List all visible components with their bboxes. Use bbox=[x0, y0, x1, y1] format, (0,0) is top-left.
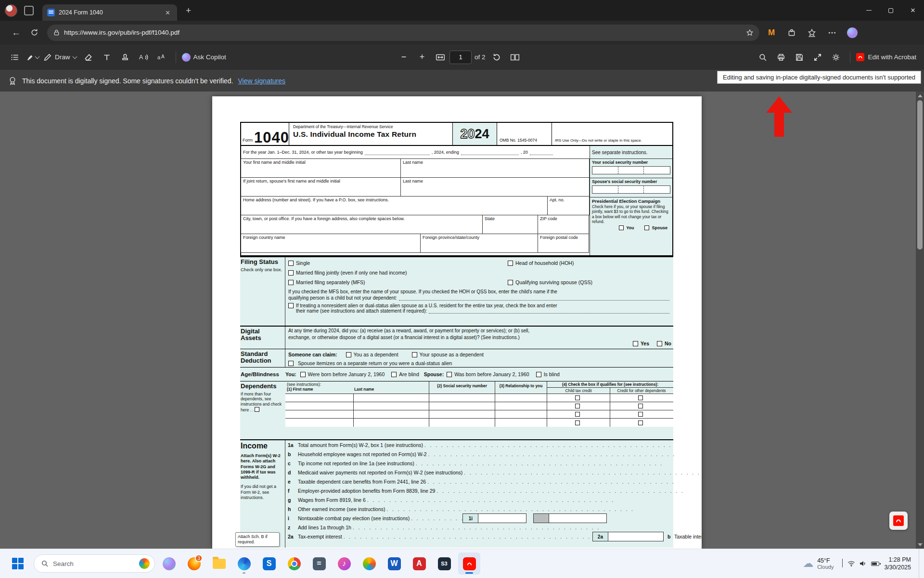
spouse-first-name-field[interactable]: If joint return, spouse's first name and… bbox=[241, 177, 401, 197]
taskbar-app-edge[interactable] bbox=[233, 552, 255, 575]
read-aloud-icon[interactable]: A bbox=[135, 49, 152, 66]
dep3-ctc-checkbox[interactable] bbox=[575, 412, 580, 417]
last-name-field[interactable]: Last name bbox=[400, 158, 590, 178]
page-view-icon[interactable] bbox=[507, 49, 523, 66]
taskbar-app-adobe[interactable]: A bbox=[408, 552, 430, 575]
edit-with-acrobat-button[interactable]: Edit with Acrobat bbox=[856, 49, 916, 66]
new-tab-button[interactable]: + bbox=[183, 5, 194, 16]
digital-yes-checkbox[interactable] bbox=[633, 341, 638, 346]
dep4-ssn-input[interactable] bbox=[429, 419, 495, 427]
pdf-settings-gear-icon[interactable] bbox=[828, 49, 844, 66]
stamp-tool-icon[interactable] bbox=[117, 49, 133, 66]
dep1-ctc-checkbox[interactable] bbox=[575, 395, 580, 400]
tax-year-blank-3[interactable] bbox=[530, 150, 553, 155]
dep2-odc-checkbox[interactable] bbox=[638, 404, 643, 408]
scroll-up-button[interactable] bbox=[916, 92, 924, 100]
ask-copilot-button[interactable]: Ask Copilot bbox=[182, 49, 228, 66]
presidential-you-checkbox[interactable] bbox=[619, 225, 624, 230]
dep3-ssn-input[interactable] bbox=[429, 410, 495, 418]
state-field[interactable]: State bbox=[482, 215, 538, 234]
browser-profile-icon[interactable] bbox=[5, 4, 17, 17]
toc-menu-icon[interactable] bbox=[7, 49, 23, 66]
foreign-province-field[interactable]: Foreign province/state/county bbox=[420, 234, 538, 253]
checkbox-mfs[interactable] bbox=[288, 280, 294, 285]
spouse-ssn-input[interactable] bbox=[592, 185, 670, 194]
save-icon[interactable] bbox=[791, 49, 808, 66]
taskbar-app-firefox[interactable]: 3 bbox=[183, 552, 205, 575]
taskbar-app-calculator[interactable]: = bbox=[308, 552, 330, 575]
taskbar-app-photos[interactable] bbox=[358, 552, 380, 575]
dep1-ssn-input[interactable] bbox=[429, 394, 495, 402]
checkbox-single[interactable] bbox=[288, 261, 294, 266]
workspaces-icon[interactable] bbox=[24, 6, 34, 15]
erase-tool-icon[interactable] bbox=[80, 49, 97, 66]
translate-icon[interactable]: aA bbox=[154, 49, 170, 66]
mfs-name-blank[interactable] bbox=[399, 295, 669, 301]
dep4-last-name-input[interactable] bbox=[353, 419, 429, 427]
home-address-field[interactable]: Home address (number and street). If you… bbox=[241, 196, 548, 215]
taskbar-app-store[interactable]: S bbox=[258, 552, 280, 575]
extensions-icon[interactable] bbox=[783, 25, 800, 41]
tray-overflow-chevron[interactable] bbox=[842, 559, 843, 568]
more-dependents-checkbox[interactable] bbox=[255, 407, 259, 412]
zoom-out-button[interactable]: − bbox=[396, 49, 412, 66]
taskbar-search[interactable]: Search bbox=[34, 554, 155, 573]
checkbox-nra[interactable] bbox=[288, 303, 294, 308]
presidential-spouse-checkbox[interactable] bbox=[644, 225, 649, 230]
dep2-first-name-input[interactable] bbox=[285, 402, 353, 410]
dep1-last-name-input[interactable] bbox=[353, 394, 429, 402]
zoom-in-button[interactable]: + bbox=[414, 49, 430, 66]
checkbox-mfj[interactable] bbox=[288, 270, 294, 276]
taskbar-weather[interactable]: ☁ 45°F Cloudy bbox=[799, 557, 837, 570]
rewards-icon[interactable]: M bbox=[763, 25, 780, 41]
spouse-dependent-checkbox[interactable] bbox=[412, 352, 417, 357]
vertical-scrollbar[interactable] bbox=[916, 92, 924, 549]
print-icon[interactable] bbox=[773, 49, 789, 66]
line-1i-amount-input[interactable] bbox=[478, 513, 526, 523]
your-ssn-input[interactable] bbox=[592, 166, 670, 174]
site-info-lock-icon[interactable] bbox=[53, 29, 60, 36]
zip-field[interactable]: ZIP code bbox=[538, 215, 589, 234]
you-blind-checkbox[interactable] bbox=[391, 372, 397, 377]
spouse-itemizes-checkbox[interactable] bbox=[288, 361, 294, 366]
taskbar-app-music[interactable]: ♪ bbox=[333, 552, 355, 575]
scrollbar-thumb[interactable] bbox=[917, 100, 923, 250]
settings-more-icon[interactable] bbox=[824, 25, 840, 41]
dep4-first-name-input[interactable] bbox=[285, 419, 353, 427]
spouse-last-name-field[interactable]: Last name bbox=[400, 177, 590, 197]
dep2-ctc-checkbox[interactable] bbox=[575, 404, 580, 408]
draw-tool-button[interactable]: Draw bbox=[43, 49, 78, 66]
tax-year-blank-2[interactable] bbox=[461, 150, 519, 155]
rotate-icon[interactable] bbox=[488, 49, 505, 66]
taskbar-app-s3[interactable]: S3 bbox=[433, 552, 455, 575]
dep4-odc-checkbox[interactable] bbox=[638, 420, 643, 425]
you-dependent-checkbox[interactable] bbox=[346, 352, 351, 357]
refresh-button[interactable] bbox=[26, 26, 43, 39]
start-button[interactable] bbox=[7, 552, 29, 575]
dep3-last-name-input[interactable] bbox=[353, 410, 429, 418]
back-button[interactable]: ← bbox=[7, 26, 26, 40]
city-field[interactable]: City, town, or post office. If you have … bbox=[241, 215, 483, 234]
favorites-icon[interactable] bbox=[804, 25, 820, 41]
dep3-odc-checkbox[interactable] bbox=[638, 412, 643, 417]
taskbar-clock[interactable]: 1:28 PM 3/30/2025 bbox=[884, 556, 914, 572]
acrobat-floating-button[interactable] bbox=[889, 512, 908, 530]
add-text-tool-icon[interactable] bbox=[99, 49, 115, 66]
url-bar[interactable]: https://www.irs.gov/pub/irs-pdf/f1040.pd… bbox=[47, 25, 759, 41]
nra-name-blank[interactable] bbox=[429, 308, 669, 314]
page-number-input[interactable] bbox=[449, 51, 472, 64]
bookmark-star-icon[interactable] bbox=[746, 29, 754, 37]
fit-to-width-icon[interactable] bbox=[432, 49, 449, 66]
dep3-first-name-input[interactable] bbox=[285, 410, 353, 418]
scroll-down-button[interactable] bbox=[916, 540, 924, 549]
taskbar-app-chrome[interactable] bbox=[283, 552, 305, 575]
foreign-postal-field[interactable]: Foreign postal code bbox=[538, 234, 589, 253]
dep2-relationship-input[interactable] bbox=[495, 402, 547, 410]
copilot-icon[interactable] bbox=[844, 25, 860, 41]
first-name-field[interactable]: Your first name and middle initial bbox=[241, 158, 401, 178]
taskbar-app-acrobat-active[interactable] bbox=[458, 552, 480, 575]
line-2a-amount-input[interactable] bbox=[608, 532, 664, 541]
close-window-button[interactable]: ✕ bbox=[902, 0, 924, 21]
battery-icon[interactable] bbox=[871, 562, 879, 566]
dep1-odc-checkbox[interactable] bbox=[638, 395, 643, 400]
